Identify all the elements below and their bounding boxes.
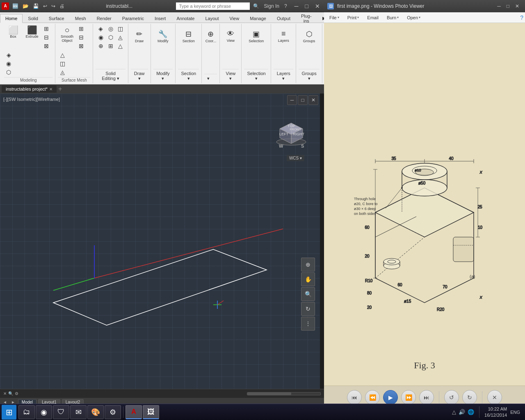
pv-menu-email[interactable]: Email [363, 14, 382, 21]
solid-edit-btn-8[interactable]: ◬ [116, 33, 125, 41]
draw-dropdown[interactable]: Draw ▾ [131, 70, 148, 82]
tab-insert[interactable]: Insert [149, 14, 171, 23]
tab-render[interactable]: Render [91, 14, 117, 23]
pv-minimize[interactable]: ─ [495, 2, 503, 10]
section-button[interactable]: ⊟ Section [181, 25, 196, 48]
modify-dropdown[interactable]: Modify ▾ [153, 70, 173, 82]
nav-wheel-button[interactable]: ⊕ [301, 258, 315, 272]
solid-edit-btn-7[interactable]: ◫ [116, 25, 125, 33]
search-button[interactable]: 🔍 [251, 2, 261, 10]
pv-prev-end-button[interactable]: ⏮ [347, 390, 362, 405]
pv-menu-burn[interactable]: Burn ▾ [383, 14, 402, 21]
pv-delete-button[interactable]: ✕ [487, 390, 502, 405]
tab-home[interactable]: Home [0, 14, 23, 23]
tab-output[interactable]: Output [272, 14, 296, 23]
nav-orbit-button[interactable]: ↻ [301, 302, 315, 316]
solid-edit-btn-2[interactable]: ◉ [96, 33, 105, 41]
mesh-btn-4[interactable]: △ [58, 51, 67, 59]
coordinates-dropdown[interactable]: ▾ [204, 75, 212, 82]
doc-tab-close[interactable]: ✕ [49, 87, 52, 91]
solid-edit-btn-9[interactable]: △ [116, 42, 125, 50]
minimize-button[interactable]: ─ [292, 2, 301, 10]
view-button[interactable]: 👁 View [223, 25, 238, 48]
box-button[interactable]: ⬜ Box [4, 25, 22, 40]
modeling-btn-2[interactable]: ⊟ [42, 33, 51, 41]
solid-editing-dropdown[interactable]: Solid Editing ▾ [96, 70, 125, 82]
pv-menu-print[interactable]: Print ▾ [344, 14, 363, 21]
pv-rotate-right-button[interactable]: ↻ [462, 390, 477, 405]
taskbar-antivirus[interactable]: 🛡 [53, 405, 69, 419]
new-button[interactable]: 🆕 [11, 2, 20, 10]
help-button[interactable]: ? [283, 2, 289, 10]
viewport-maximize[interactable]: □ [298, 95, 308, 105]
extrude-button[interactable]: ⬛ Extrude [23, 25, 41, 40]
tab-layout[interactable]: Layout [200, 14, 224, 23]
taskbar-paint[interactable]: 🎨 [87, 405, 104, 419]
view-dropdown[interactable]: View ▾ [222, 70, 239, 82]
taskbar-autocad[interactable]: A [126, 405, 142, 419]
new-document-button[interactable]: + [58, 85, 62, 93]
mesh-btn-5[interactable]: ◫ [58, 59, 67, 68]
document-tab[interactable]: instructables project* ✕ [2, 85, 57, 93]
taskbar-photoviewer[interactable]: 🖼 [143, 405, 159, 419]
modeling-btn-5[interactable]: ◉ [4, 59, 13, 68]
layers-dropdown[interactable]: Layers ▾ [274, 70, 293, 82]
draw-button[interactable]: ✏ Draw [132, 25, 147, 48]
close-button[interactable]: ✕ [313, 2, 322, 10]
pv-help-icon[interactable]: ? [520, 14, 523, 21]
solid-edit-btn-1[interactable]: ◈ [96, 25, 105, 33]
start-button[interactable]: ⊞ [2, 405, 16, 420]
tab-solid[interactable]: Solid [23, 14, 43, 23]
open-button[interactable]: 📂 [21, 2, 30, 10]
tab-annotate[interactable]: Annotate [171, 14, 200, 23]
search-cmdline-button[interactable]: 🔍 [8, 391, 13, 396]
viewport-minimize[interactable]: ─ [287, 95, 297, 105]
viewport-close[interactable]: ✕ [308, 95, 318, 105]
tab-surface[interactable]: Surface [43, 14, 70, 23]
pv-prev-button[interactable]: ⏪ [365, 390, 380, 405]
maximize-button[interactable]: □ [303, 2, 311, 10]
redo-button[interactable]: ↪ [50, 2, 57, 10]
selection-button[interactable]: ▣ Selection [249, 25, 264, 48]
pv-maximize[interactable]: □ [504, 2, 512, 10]
nav-more-button[interactable]: ⋮ [301, 317, 315, 331]
taskbar-explorer[interactable]: 🗂 [18, 405, 35, 419]
mesh-btn-1[interactable]: ⊞ [77, 25, 86, 33]
solid-edit-btn-5[interactable]: ⬡ [106, 33, 115, 41]
close-cmdline-button[interactable]: ✕ [3, 391, 7, 396]
section-dropdown[interactable]: Section ▾ [178, 70, 199, 82]
viewport[interactable]: [-][SW Isometric][Wireframe] ─ □ ✕ [0, 94, 320, 389]
horizontal-scrollbar[interactable] [247, 392, 321, 395]
solid-edit-btn-3[interactable]: ⊕ [96, 42, 105, 50]
smooth-object-button[interactable]: ○ SmoothObject [58, 25, 76, 44]
modeling-btn-6[interactable]: ⬡ [4, 68, 13, 76]
pv-menu-open[interactable]: Open ▾ [403, 14, 424, 21]
mesh-btn-2[interactable]: ⊟ [77, 33, 86, 41]
mesh-btn-6[interactable]: ◬ [58, 68, 67, 76]
taskbar-chrome[interactable]: ◉ [36, 405, 52, 419]
coordinates-button[interactable]: ⊕ Coor... [203, 25, 218, 48]
selection-dropdown[interactable]: Selection ▾ [244, 70, 268, 82]
search-input[interactable] [176, 2, 250, 10]
pv-rotate-left-button[interactable]: ↺ [444, 390, 459, 405]
mesh-btn-3[interactable]: ⊠ [77, 42, 86, 50]
pv-menu-file[interactable]: File ▾ [326, 14, 343, 21]
tab-parametric[interactable]: Parametric [117, 14, 149, 23]
modify-button[interactable]: 🔧 Modify [155, 25, 170, 48]
pv-next-button[interactable]: ⏩ [401, 390, 416, 405]
settings-cmdline-button[interactable]: ⚙ [15, 391, 18, 396]
modeling-btn-4[interactable]: ◈ [4, 51, 13, 59]
tab-mesh[interactable]: Mesh [70, 14, 91, 23]
nav-zoom-button[interactable]: 🔍 [301, 287, 315, 301]
save-button[interactable]: 💾 [31, 2, 41, 10]
pv-close[interactable]: ✕ [513, 2, 522, 10]
tab-plugins[interactable]: Plug-ins [296, 14, 317, 23]
groups-dropdown[interactable]: Groups ▾ [299, 70, 320, 82]
solid-edit-btn-4[interactable]: ◎ [106, 25, 115, 33]
view-cube[interactable]: RIGHT LEFT TOP FRONT W S [275, 118, 308, 151]
taskbar-settings[interactable]: ⚙ [105, 405, 121, 419]
modeling-btn-1[interactable]: ⊞ [42, 25, 51, 33]
nav-pan-button[interactable]: ✋ [301, 272, 315, 286]
pv-next-end-button[interactable]: ⏭ [419, 390, 434, 405]
tab-manage[interactable]: Manage [244, 14, 272, 23]
